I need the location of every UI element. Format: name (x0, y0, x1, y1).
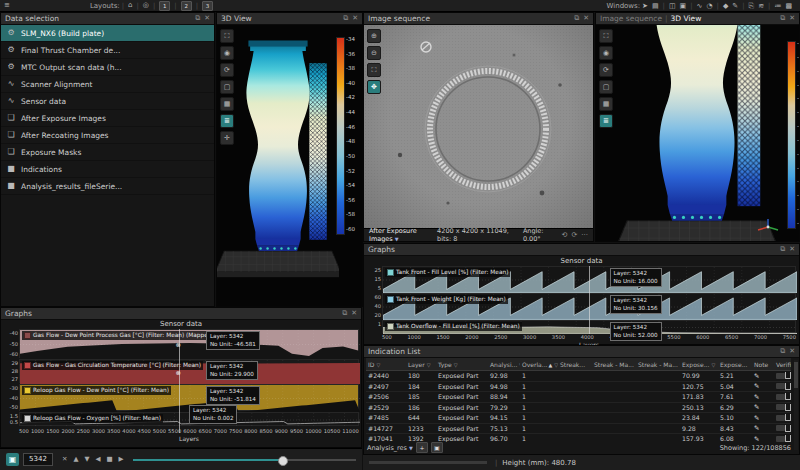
image-source-dropdown[interactable]: After Exposure Images ▼ (369, 227, 437, 243)
fit-image-icon[interactable]: ⛶ (367, 63, 381, 77)
delete-row-icon[interactable] (785, 435, 791, 442)
grid-icon[interactable]: ▦ (220, 97, 234, 111)
delete-row-icon[interactable] (785, 404, 791, 411)
delete-row-icon[interactable] (785, 425, 791, 432)
column-header[interactable]: Streak - Ma...▽ (636, 361, 680, 368)
table-row[interactable]: #7485644Exposed Part94.15123.845.10✎ (366, 413, 791, 424)
column-header[interactable]: Analysi...▽ (488, 361, 520, 368)
graph-strip[interactable]: Gas Flow - Gas Circulation Temperature [… (19, 359, 359, 383)
data-item-0[interactable]: ⚙SLM_NX6 (Build plate) (1, 25, 214, 42)
filter-icon[interactable]: ▽ (454, 362, 458, 368)
crosshair-icon[interactable]: ✛ (220, 131, 234, 145)
verified-checkbox[interactable] (776, 425, 785, 431)
rotate-view-icon[interactable]: ⟳ (220, 63, 234, 77)
layout-preset-button[interactable]: 2 (181, 1, 192, 11)
table-row[interactable]: #2506185Exposed Part88.941171.837.61✎ (366, 392, 791, 403)
data-item-1[interactable]: ⚙Final Thrust Chamber de... (1, 42, 214, 59)
graph-legend[interactable]: Tank Front - Fill Level [%] (Filter: Mea… (385, 268, 510, 277)
settings-window-icon[interactable]: ≔ (774, 2, 781, 10)
column-header[interactable]: Layer▽ (406, 361, 436, 368)
graph-legend[interactable]: Reloop Gas Flow - Oxygen [%] (Filter: Me… (22, 414, 163, 423)
column-header[interactable]: Note (752, 361, 774, 368)
layers-icon[interactable]: ≣ (599, 114, 613, 128)
verified-checkbox[interactable] (776, 373, 785, 379)
compare-window-icon[interactable]: ⎘ (749, 2, 755, 10)
3d-viewport[interactable]: ⛶◉⟳▢▦≣ -34-36-38-40-42-44-46-48-50-52-54… (596, 25, 799, 241)
data-item-8[interactable]: ■Indications (1, 161, 214, 178)
data-item-7[interactable]: ❏Exposure Masks (1, 144, 214, 161)
fit-view-icon[interactable]: ⛶ (220, 29, 234, 43)
target-icon[interactable]: ◎ (143, 2, 149, 9)
close-panel-icon[interactable]: ✕ (352, 15, 358, 22)
table-row[interactable]: #2529186Exposed Part79.291250.136.29✎ (366, 403, 791, 414)
note-edit-icon[interactable]: ✎ (754, 435, 759, 442)
note-edit-icon[interactable]: ✎ (754, 393, 759, 401)
graph-strip[interactable]: Reloop Gas Flow - Oxygen [%] (Filter: Me… (19, 412, 359, 426)
zoom-in-icon[interactable]: ⊕ (367, 29, 381, 43)
delete-row-icon[interactable] (785, 414, 791, 421)
delete-row-icon[interactable] (785, 372, 791, 379)
table-row[interactable]: #147271233Exposed Part75.1319.288.43✎ (366, 424, 791, 435)
camera-icon[interactable]: ◉ (599, 46, 613, 60)
layer-view-icon[interactable]: ▣ (6, 453, 19, 466)
home-icon[interactable]: ⌂ (128, 2, 132, 9)
bounding-box-icon[interactable]: ▢ (599, 80, 613, 94)
indication-window-icon[interactable]: ◆ (723, 2, 728, 10)
play-icon[interactable]: ▶ (119, 456, 124, 463)
graph-strip[interactable]: Gas Flow - Dew Point Process Gas [°C] (F… (19, 329, 359, 358)
layers-icon[interactable]: ≣ (220, 114, 234, 128)
close-panel-icon[interactable]: ✕ (789, 246, 795, 253)
verified-checkbox[interactable] (776, 404, 785, 410)
verified-checkbox[interactable] (776, 415, 785, 421)
verified-checkbox[interactable] (776, 394, 785, 400)
3d-viewport[interactable]: ⛶◉⟳▢▦≣✛ -34-36-38-40-42-44-46-48-50-52-5… (217, 25, 362, 306)
data-item-3[interactable]: ∿Scanner Alignment (1, 76, 214, 93)
image-sequence-window-icon[interactable]: ▣ (680, 2, 687, 10)
note-edit-icon[interactable]: ✎ (754, 414, 759, 422)
report-window-icon[interactable]: ▩ (785, 2, 792, 10)
float-panel-icon[interactable]: ⧉ (780, 246, 785, 253)
note-edit-icon[interactable]: ✎ (754, 424, 759, 432)
float-panel-icon[interactable]: ⧉ (342, 310, 347, 317)
rotate-ccw-icon[interactable]: ⟲ (562, 232, 568, 239)
clear-layer-icon[interactable]: ✕ (62, 456, 67, 463)
stop-icon[interactable]: ■ (106, 456, 112, 463)
rotate-view-icon[interactable]: ⟳ (599, 63, 613, 77)
float-panel-icon[interactable]: ⧉ (343, 15, 348, 22)
layout-preset-button[interactable]: 1 (159, 1, 170, 11)
data-selection-window-icon[interactable]: ▤ (652, 2, 659, 10)
layer-slider[interactable] (133, 454, 356, 466)
rotate-cw-icon[interactable]: ⟳ (571, 232, 577, 239)
notes-window-icon[interactable]: ✎ (732, 2, 738, 10)
close-panel-icon[interactable]: ✕ (789, 15, 795, 22)
float-panel-icon[interactable]: ⧉ (195, 15, 200, 22)
step-down-icon[interactable]: ▼ (84, 456, 89, 463)
close-panel-icon[interactable]: ✕ (351, 310, 357, 317)
data-item-9[interactable]: ■Analysis_results_fileSerie... (1, 178, 214, 195)
float-panel-icon[interactable]: ⧉ (574, 15, 579, 22)
delete-row-icon[interactable] (785, 383, 791, 390)
column-header[interactable]: Verified by us... (774, 361, 791, 368)
bounding-box-icon[interactable]: ▢ (220, 80, 234, 94)
filter-icon[interactable]: ▽ (427, 362, 431, 368)
crosshair-line[interactable] (589, 266, 590, 334)
hamburger-menu-icon[interactable]: ≡ (4, 2, 10, 9)
export-indication-button[interactable]: ▣ (431, 442, 443, 453)
select-tool-icon[interactable]: ➤ (642, 2, 648, 10)
close-panel-icon[interactable]: ✕ (583, 15, 589, 22)
sort-asc-icon[interactable]: ▲ (549, 362, 553, 368)
fit-view-icon[interactable]: ⛶ (599, 29, 613, 43)
slider-handle[interactable] (278, 456, 288, 466)
more-options-icon[interactable]: ··· (581, 232, 588, 239)
layer-input[interactable]: 5342 (23, 453, 53, 466)
graph-legend[interactable]: Tank Front - Weight [Kg] (Filter: Mean) (385, 295, 508, 304)
3d-view-window-icon[interactable]: ◫ (669, 2, 676, 10)
pan-icon[interactable]: ✥ (367, 80, 381, 94)
float-panel-icon[interactable]: ⧉ (780, 15, 785, 22)
zoom-out-icon[interactable]: ⊖ (367, 46, 381, 60)
column-header[interactable]: Expose... (718, 361, 752, 368)
analysis-dropdown[interactable]: Analysis_res ▼ (367, 444, 413, 452)
layout-preset-button[interactable]: 3 (202, 1, 213, 11)
verified-checkbox[interactable] (776, 383, 785, 389)
column-header[interactable]: Type▽ (436, 361, 488, 368)
